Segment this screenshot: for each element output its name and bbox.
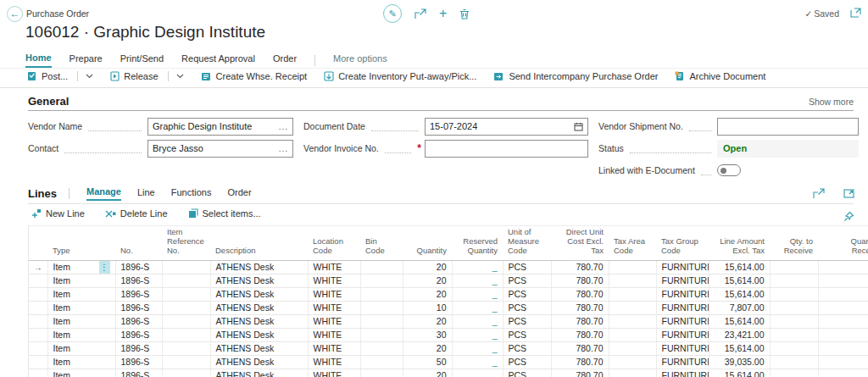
cell-description[interactable]: ATHENS Desk — [210, 314, 308, 328]
cell-qty_to_receive[interactable] — [770, 328, 818, 341]
cell-quantity[interactable]: 30 — [403, 328, 452, 341]
cell-quantity_received[interactable] — [818, 341, 868, 355]
cell-tax_area_code[interactable] — [609, 287, 656, 301]
select-items-button[interactable]: Select items... — [188, 208, 261, 219]
send-intercompany-button[interactable]: Send Intercompany Purchase Order — [493, 71, 658, 81]
col-header-quantity[interactable]: Quantity — [403, 226, 452, 261]
col-header-unit_of_measure_code[interactable]: Unit of Measure Code — [503, 226, 551, 261]
cell-unit_of_measure_code[interactable]: PCS — [503, 260, 551, 274]
cell-unit_of_measure_code[interactable]: PCS — [503, 369, 551, 377]
show-more-link[interactable]: Show more — [809, 97, 854, 107]
table-row[interactable]: Item1896-SATHENS DeskWHITE20_PCS780.70FU… — [29, 369, 868, 377]
cell-item_reference_no[interactable] — [162, 260, 210, 274]
lines-section-heading[interactable]: Lines — [28, 187, 57, 200]
col-header-no[interactable]: No. — [115, 226, 162, 261]
cell-tax_group_code[interactable]: FURNITURE — [656, 341, 709, 355]
cell-line_amount[interactable]: 15,614.00 — [709, 314, 770, 328]
cell-type[interactable]: Item — [47, 287, 115, 301]
cell-reserved_quantity[interactable]: _ — [452, 287, 503, 301]
cell-bin_code[interactable] — [360, 287, 403, 301]
cell-location_code[interactable]: WHITE — [308, 301, 360, 314]
cell-unit_of_measure_code[interactable]: PCS — [503, 287, 551, 301]
breadcrumb[interactable]: Purchase Order — [26, 8, 89, 19]
new-line-button[interactable]: New Line — [31, 208, 85, 219]
lines-tab-order[interactable]: Order — [227, 187, 251, 200]
cell-line_amount[interactable]: 23,421.00 — [709, 328, 770, 341]
cell-qty_to_receive[interactable] — [770, 369, 818, 377]
col-header-bin_code[interactable]: Bin Code — [360, 226, 403, 261]
cell-no[interactable]: 1896-S — [115, 341, 162, 355]
cell-description[interactable]: ATHENS Desk — [210, 287, 308, 301]
edit-icon[interactable]: ✎ — [383, 4, 402, 23]
table-row[interactable]: Item1896-SATHENS DeskWHITE20_PCS780.70FU… — [29, 314, 868, 328]
lines-tab-line[interactable]: Line — [137, 187, 155, 200]
lines-expand-icon[interactable] — [843, 188, 854, 199]
cell-location_code[interactable]: WHITE — [308, 260, 360, 274]
col-header-reserved_quantity[interactable]: Reserved Quantity — [452, 226, 503, 261]
cell-qty_to_receive[interactable] — [770, 260, 818, 274]
tab-home[interactable]: Home — [25, 53, 52, 68]
linked-edocument-toggle[interactable] — [717, 164, 741, 176]
cell-tax_area_code[interactable] — [609, 341, 656, 355]
cell-quantity_received[interactable] — [818, 301, 868, 314]
cell-item_reference_no[interactable] — [162, 274, 210, 287]
cell-reserved_quantity[interactable]: _ — [452, 301, 503, 314]
cell-quantity_received[interactable] — [818, 314, 868, 328]
cell-reserved_quantity[interactable]: _ — [452, 260, 503, 274]
cell-type[interactable]: Item — [47, 274, 115, 287]
back-icon[interactable]: ← — [7, 6, 23, 22]
cell-bin_code[interactable] — [360, 355, 403, 369]
release-button[interactable]: Release — [110, 71, 183, 81]
cell-quantity[interactable]: 20 — [403, 260, 452, 274]
create-whse-receipt-button[interactable]: Create Whse. Receipt — [201, 71, 308, 81]
cell-reserved_quantity[interactable]: _ — [452, 328, 503, 341]
release-dropdown-chevron-icon[interactable] — [176, 74, 184, 79]
lines-share-icon[interactable] — [813, 188, 825, 199]
cell-description[interactable]: ATHENS Desk — [210, 328, 308, 341]
cell-direct_unit_cost[interactable]: 780.70 — [551, 355, 609, 369]
document-date-input[interactable]: 15-07-2024 — [425, 118, 588, 136]
cell-direct_unit_cost[interactable]: 780.70 — [551, 369, 609, 377]
vendor-shipment-no-input[interactable] — [717, 118, 859, 136]
cell-type[interactable]: Item — [47, 355, 115, 369]
cell-quantity[interactable]: 20 — [403, 314, 452, 328]
cell-type[interactable]: Item — [47, 369, 115, 377]
cell-unit_of_measure_code[interactable]: PCS — [503, 355, 551, 369]
cell-bin_code[interactable] — [360, 328, 403, 341]
new-document-icon[interactable]: + — [439, 8, 447, 19]
cell-tax_group_code[interactable]: FURNITURE — [656, 287, 709, 301]
cell-tax_area_code[interactable] — [609, 355, 656, 369]
cell-tax_area_code[interactable] — [609, 274, 656, 287]
cell-unit_of_measure_code[interactable]: PCS — [503, 328, 551, 341]
vendor-invoice-no-input[interactable] — [425, 140, 588, 158]
cell-no[interactable]: 1896-S — [115, 274, 162, 287]
cell-no[interactable]: 1896-S — [115, 314, 162, 328]
cell-tax_area_code[interactable] — [609, 301, 656, 314]
lines-tab-functions[interactable]: Functions — [171, 187, 212, 200]
col-header-type[interactable]: Type — [47, 226, 115, 261]
cell-reserved_quantity[interactable]: _ — [452, 355, 503, 369]
cell-description[interactable]: ATHENS Desk — [210, 341, 308, 355]
share-icon[interactable] — [415, 8, 426, 19]
calendar-icon[interactable] — [574, 122, 583, 131]
cell-no[interactable]: 1896-S — [115, 287, 162, 301]
cell-bin_code[interactable] — [360, 314, 403, 328]
cell-quantity[interactable]: 20 — [403, 341, 452, 355]
cell-no[interactable]: 1896-S — [115, 328, 162, 341]
col-header-quantity_received[interactable]: Quantity Receive — [818, 226, 868, 261]
pin-icon[interactable] — [843, 211, 854, 222]
cell-item_reference_no[interactable] — [162, 314, 210, 328]
row-ellipsis-menu-icon[interactable]: ⋮ — [99, 261, 110, 274]
vendor-name-assist-icon[interactable]: ... — [279, 122, 288, 131]
cell-quantity[interactable]: 50 — [403, 355, 452, 369]
cell-item_reference_no[interactable] — [162, 341, 210, 355]
cell-reserved_quantity[interactable]: _ — [452, 274, 503, 287]
cell-unit_of_measure_code[interactable]: PCS — [503, 274, 551, 287]
cell-line_amount[interactable]: 15,614.00 — [709, 274, 770, 287]
cell-reserved_quantity[interactable]: _ — [452, 341, 503, 355]
col-header-item_reference_no[interactable]: Item Reference No. — [162, 226, 210, 261]
cell-item_reference_no[interactable] — [162, 301, 210, 314]
col-header-qty_to_receive[interactable]: Qty. to Receive — [770, 226, 818, 261]
cell-bin_code[interactable] — [360, 301, 403, 314]
cell-direct_unit_cost[interactable]: 780.70 — [551, 341, 609, 355]
